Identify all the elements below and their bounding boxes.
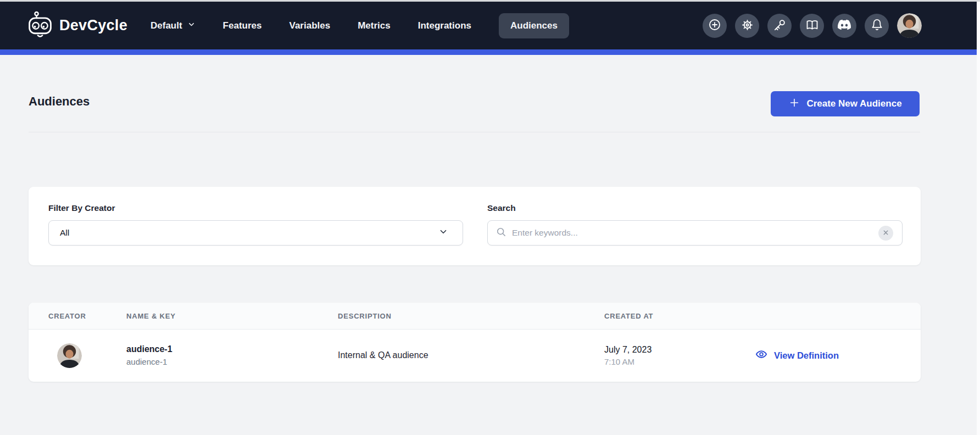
column-header-name-key: NAME & KEY: [126, 312, 338, 320]
scrollbar-track[interactable]: [977, 0, 980, 435]
top-navbar: DevCycle Default Features Variables Metr…: [0, 2, 980, 49]
table-header-row: CREATOR NAME & KEY DESCRIPTION CREATED A…: [29, 303, 921, 330]
column-header-description: DESCRIPTION: [338, 312, 604, 320]
chevron-down-icon: [187, 20, 196, 31]
eye-icon: [754, 348, 769, 362]
audience-name: audience-1: [126, 344, 338, 354]
creator-select[interactable]: All: [48, 220, 463, 246]
description-cell: Internal & QA audience: [338, 350, 604, 360]
create-new-audience-button[interactable]: Create New Audience: [771, 91, 920, 116]
accent-bar: [0, 49, 977, 55]
search-group: Search: [487, 203, 903, 246]
settings-button[interactable]: [735, 14, 759, 38]
docs-button[interactable]: [800, 14, 824, 38]
view-definition-label: View Definition: [774, 350, 839, 361]
filter-card: Filter By Creator All Search: [29, 187, 921, 265]
table-row: audience-1 audience-1 Internal & QA audi…: [29, 330, 921, 381]
key-icon: [773, 19, 786, 33]
creator-avatar: [57, 343, 82, 368]
nav-item-features[interactable]: Features: [223, 20, 262, 31]
plus-circle-icon: [708, 18, 721, 33]
nav-item-integrations[interactable]: Integrations: [418, 20, 471, 31]
view-definition-link[interactable]: View Definition: [754, 348, 921, 362]
audiences-table: CREATOR NAME & KEY DESCRIPTION CREATED A…: [29, 303, 921, 382]
creator-cell: [48, 343, 126, 368]
create-new-audience-label: Create New Audience: [806, 98, 901, 109]
search-input-wrapper: [487, 220, 903, 246]
created-time: 7:10 AM: [604, 357, 754, 366]
header-divider: [29, 132, 920, 132]
search-label: Search: [487, 203, 903, 213]
created-at-cell: July 7, 2023 7:10 AM: [604, 345, 754, 366]
close-icon: [883, 229, 889, 237]
bell-icon: [871, 19, 883, 33]
nav-item-variables[interactable]: Variables: [289, 20, 330, 31]
nav-item-audiences[interactable]: Audiences: [499, 13, 569, 38]
add-button[interactable]: [703, 14, 727, 38]
brand-logo[interactable]: DevCycle: [27, 11, 127, 41]
column-header-created-at: CREATED AT: [604, 312, 754, 320]
creator-select-value: All: [60, 228, 69, 238]
project-selector-label: Default: [151, 20, 182, 31]
search-icon: [495, 226, 506, 239]
creator-filter-label: Filter By Creator: [48, 203, 463, 213]
page-title: Audiences: [29, 94, 90, 109]
project-selector-dropdown[interactable]: Default: [151, 20, 196, 31]
primary-nav: Default Features Variables Metrics Integ…: [151, 13, 569, 38]
chevron-down-icon: [438, 227, 448, 239]
api-keys-button[interactable]: [767, 14, 792, 38]
name-key-cell: audience-1 audience-1: [126, 344, 338, 366]
window-top-edge: [0, 0, 980, 2]
nav-item-metrics[interactable]: Metrics: [358, 20, 391, 31]
navbar-actions: [703, 13, 922, 38]
book-icon: [806, 19, 818, 33]
clear-search-button[interactable]: [878, 226, 893, 241]
plus-icon: [788, 97, 800, 111]
notifications-button[interactable]: [865, 14, 889, 38]
devcycle-robot-icon: [27, 11, 53, 41]
created-date: July 7, 2023: [604, 345, 754, 355]
gear-icon: [741, 19, 754, 33]
user-avatar[interactable]: [897, 13, 922, 38]
discord-button[interactable]: [832, 14, 856, 38]
actions-cell: View Definition: [754, 348, 921, 362]
search-input[interactable]: [512, 228, 878, 238]
creator-filter-group: Filter By Creator All: [48, 203, 463, 246]
column-header-creator: CREATOR: [48, 312, 126, 320]
brand-wordmark: DevCycle: [59, 17, 127, 34]
discord-icon: [838, 18, 851, 33]
audience-key: audience-1: [126, 357, 338, 366]
audiences-page: DevCycle Default Features Variables Metr…: [0, 0, 980, 435]
